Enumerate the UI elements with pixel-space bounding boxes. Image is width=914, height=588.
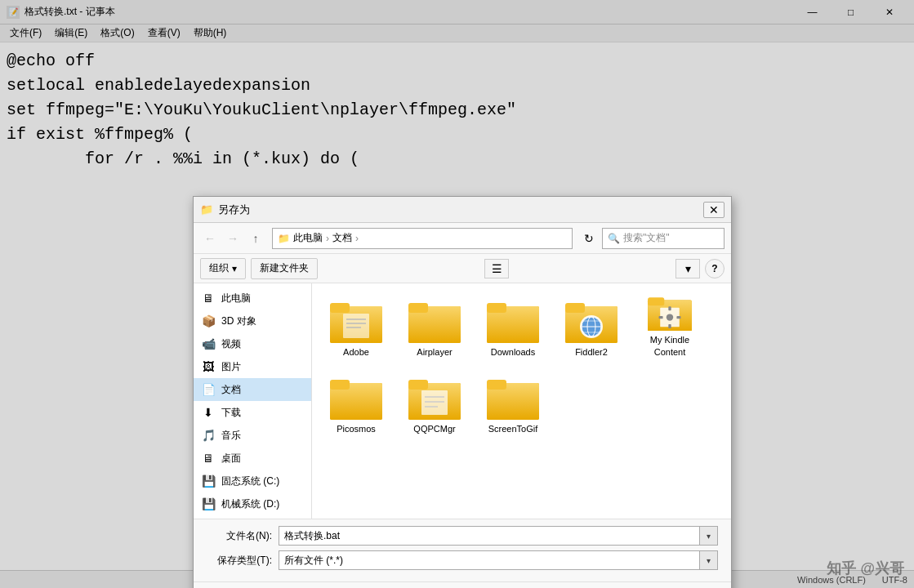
sidebar-label-desktop: 桌面 bbox=[221, 452, 241, 466]
up-button[interactable]: ↑ bbox=[246, 229, 265, 248]
filename-label: 文件名(N): bbox=[207, 529, 272, 543]
dialog-close-button[interactable]: ✕ bbox=[703, 202, 725, 218]
breadcrumb-icon: 📁 bbox=[278, 233, 290, 244]
folder-icon-kindle bbox=[644, 294, 696, 331]
filename-input-wrap[interactable]: ▾ bbox=[279, 526, 718, 546]
sidebar-item-desktop[interactable]: 🖥 桌面 bbox=[194, 447, 311, 470]
file-item-picosmos[interactable]: Picosmos bbox=[319, 367, 394, 440]
sidebar-item-c-drive[interactable]: 💾 固态系统 (C:) bbox=[194, 470, 311, 492]
dialog-icon: 📁 bbox=[200, 203, 213, 216]
filetype-label: 保存类型(T): bbox=[207, 554, 272, 568]
folder-icon-downloads bbox=[487, 299, 539, 343]
svg-rect-3 bbox=[343, 314, 369, 338]
folder-icon-fiddler2 bbox=[565, 299, 618, 343]
file-item-screentogif[interactable]: ScreenToGif bbox=[475, 367, 551, 440]
computer-icon: 🖥 bbox=[200, 290, 216, 306]
sidebar-item-3d[interactable]: 📦 3D 对象 bbox=[194, 310, 311, 332]
refresh-button[interactable]: ↻ bbox=[579, 229, 599, 248]
pictures-icon: 🖼 bbox=[200, 359, 216, 375]
dialog-fields: 文件名(N): ▾ 保存类型(T): ▾ bbox=[194, 519, 731, 581]
file-item-airplayer[interactable]: Airplayer bbox=[397, 290, 472, 363]
desktop-icon: 🖥 bbox=[200, 450, 216, 466]
file-name-fiddler2: Fiddler2 bbox=[575, 346, 608, 358]
svg-rect-34 bbox=[330, 380, 350, 390]
help-button[interactable]: ? bbox=[705, 259, 725, 278]
organize-button[interactable]: 组织 ▾ bbox=[200, 258, 246, 279]
sidebar-item-computer[interactable]: 🖥 此电脑 bbox=[194, 287, 311, 310]
dialog-overlay: 📁 另存为 ✕ ← → ↑ 📁 此电脑 › 文档 › ↻ 🔍 bbox=[0, 0, 914, 588]
sidebar-label-3d: 3D 对象 bbox=[221, 314, 256, 328]
file-item-qqpcmgr[interactable]: QQPCMgr bbox=[397, 367, 472, 440]
svg-rect-30 bbox=[659, 316, 663, 318]
file-name-airplayer: Airplayer bbox=[417, 346, 452, 358]
file-item-adobe[interactable]: Adobe bbox=[319, 290, 394, 363]
svg-rect-38 bbox=[421, 390, 448, 415]
svg-rect-15 bbox=[565, 303, 585, 313]
svg-rect-44 bbox=[487, 380, 506, 390]
breadcrumb-root: 此电脑 bbox=[293, 231, 323, 245]
folder-icon-screentogif bbox=[487, 376, 539, 420]
new-folder-button[interactable]: 新建文件夹 bbox=[251, 258, 318, 279]
filename-dropdown-btn[interactable]: ▾ bbox=[699, 527, 717, 545]
search-placeholder: 搜索"文档" bbox=[623, 231, 670, 245]
filetype-dropdown-btn[interactable]: ▾ bbox=[699, 551, 717, 569]
documents-icon: 📄 bbox=[200, 381, 216, 398]
new-folder-label: 新建文件夹 bbox=[260, 261, 309, 275]
c-drive-icon: 💾 bbox=[200, 473, 216, 489]
sidebar-item-music[interactable]: 🎵 音乐 bbox=[194, 424, 311, 447]
file-grid: Adobe Airpl bbox=[312, 283, 731, 519]
svg-point-27 bbox=[667, 314, 673, 320]
search-icon: 🔍 bbox=[608, 233, 620, 244]
file-item-fiddler2[interactable]: Fiddler2 bbox=[554, 290, 629, 363]
dialog-toolbar: ← → ↑ 📁 此电脑 › 文档 › ↻ 🔍 搜索"文档" bbox=[194, 223, 731, 254]
svg-rect-31 bbox=[676, 316, 680, 318]
sidebar-item-downloads[interactable]: ⬇ 下载 bbox=[194, 401, 311, 424]
search-box[interactable]: 🔍 搜索"文档" bbox=[602, 228, 725, 249]
3d-icon: 📦 bbox=[200, 313, 216, 329]
filetype-input-wrap[interactable]: ▾ bbox=[279, 550, 718, 570]
svg-rect-29 bbox=[668, 324, 671, 328]
dialog-buttons: 编码(E): UTF-8 ▾ 保存(S) 取消 bbox=[194, 581, 731, 588]
sidebar-label-music: 音乐 bbox=[221, 429, 241, 443]
view-button[interactable]: ☰ bbox=[484, 259, 509, 278]
filename-row: 文件名(N): ▾ bbox=[207, 526, 718, 546]
filetype-row: 保存类型(T): ▾ bbox=[207, 550, 718, 570]
sidebar: 🖥 此电脑 📦 3D 对象 📹 视频 🖼 图片 📄 文档 bbox=[194, 283, 312, 519]
sidebar-item-pictures[interactable]: 🖼 图片 bbox=[194, 355, 311, 378]
file-item-downloads[interactable]: Downloads bbox=[475, 290, 551, 363]
forward-button[interactable]: → bbox=[223, 229, 243, 248]
music-icon: 🎵 bbox=[200, 427, 216, 443]
save-dialog: 📁 另存为 ✕ ← → ↑ 📁 此电脑 › 文档 › ↻ 🔍 bbox=[193, 196, 732, 588]
sidebar-item-d-drive[interactable]: 💾 机械系统 (D:) bbox=[194, 492, 311, 515]
folder-icon-picosmos bbox=[330, 376, 382, 420]
file-item-kindle[interactable]: My Kindle Content bbox=[632, 290, 707, 363]
file-name-kindle: My Kindle Content bbox=[636, 334, 703, 358]
back-button[interactable]: ← bbox=[200, 229, 220, 248]
sidebar-label-c-drive: 固态系统 (C:) bbox=[221, 474, 279, 488]
filename-input[interactable] bbox=[279, 527, 699, 545]
downloads-icon: ⬇ bbox=[200, 404, 216, 421]
svg-rect-37 bbox=[408, 380, 428, 390]
svg-rect-2 bbox=[330, 303, 350, 313]
svg-rect-28 bbox=[668, 306, 671, 310]
file-name-screentogif: ScreenToGif bbox=[488, 423, 538, 434]
action-bar: 组织 ▾ 新建文件夹 ☰ ▾ ? bbox=[194, 254, 731, 283]
sidebar-item-documents[interactable]: 📄 文档 bbox=[194, 378, 311, 401]
address-bar[interactable]: 📁 此电脑 › 文档 › bbox=[272, 228, 573, 249]
file-name-qqpcmgr: QQPCMgr bbox=[413, 423, 455, 434]
sidebar-item-video[interactable]: 📹 视频 bbox=[194, 332, 311, 355]
d-drive-icon: 💾 bbox=[200, 496, 216, 512]
dialog-title-bar: 📁 另存为 ✕ bbox=[194, 197, 731, 223]
folder-icon-airplayer bbox=[408, 299, 461, 343]
folder-icon-adobe bbox=[330, 299, 382, 343]
dialog-title: 另存为 bbox=[218, 203, 250, 217]
sidebar-label-pictures: 图片 bbox=[221, 360, 241, 374]
filetype-input[interactable] bbox=[279, 551, 699, 569]
file-name-downloads: Downloads bbox=[491, 346, 535, 358]
sidebar-label-documents: 文档 bbox=[221, 383, 241, 397]
view-dropdown-button[interactable]: ▾ bbox=[675, 259, 700, 278]
watermark: 知乎 @兴哥 bbox=[827, 559, 904, 578]
file-name-picosmos: Picosmos bbox=[337, 423, 376, 434]
sidebar-label-downloads: 下载 bbox=[221, 406, 241, 420]
breadcrumb-folder: 文档 bbox=[332, 231, 352, 245]
